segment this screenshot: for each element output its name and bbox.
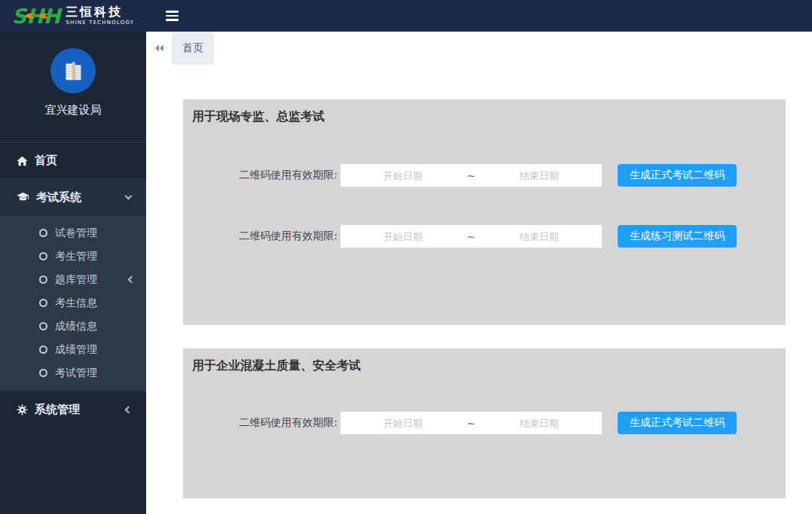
sidebar-item-home[interactable]: 首页 — [0, 143, 146, 179]
submenu-item-label: 考试管理 — [55, 366, 97, 380]
sidebar-item-label: 系统管理 — [35, 403, 119, 417]
circle-outline-icon — [39, 229, 47, 237]
start-date-input[interactable] — [340, 170, 466, 181]
date-range-picker[interactable]: ~ — [340, 164, 602, 187]
submenu-item-label: 成绩管理 — [55, 343, 97, 357]
sidebar-subitem-exam-management[interactable]: 考试管理 — [0, 361, 146, 385]
sidebar-subitem-score-info[interactable]: 成绩信息 — [0, 315, 146, 338]
sidebar-subitem-paper-management[interactable]: 试卷管理 — [0, 221, 146, 245]
logo-mark: SHH — [12, 6, 61, 26]
date-range-separator: ~ — [466, 231, 477, 242]
panel-site-supervision-exam: 用于现场专监、总监考试 二维码使用有效期限: ~ 生成正式考试二维码 二维码使用… — [183, 99, 786, 325]
user-profile: 宜兴建设局 — [0, 32, 146, 143]
sidebar-section-exam-system: 考试系统 试卷管理 考生管理 — [0, 179, 146, 391]
sidebar-item-exam-system[interactable]: 考试系统 — [0, 179, 146, 215]
qr-validity-label: 二维码使用有效期限: — [226, 230, 337, 243]
sidebar-item-label: 考试系统 — [36, 190, 119, 205]
sidebar-subitem-examinee-management[interactable]: 考生管理 — [0, 245, 146, 268]
page-content: 用于现场专监、总监考试 二维码使用有效期限: ~ 生成正式考试二维码 二维码使用… — [146, 65, 812, 498]
tab-bar: 首页 — [146, 32, 812, 65]
date-range-picker[interactable]: ~ — [340, 225, 602, 248]
qr-validity-row-official: 二维码使用有效期限: ~ 生成正式考试二维码 — [226, 164, 786, 187]
circle-outline-icon — [39, 345, 47, 354]
generate-official-exam-qr-button[interactable]: 生成正式考试二维码 — [618, 164, 737, 187]
circle-outline-icon — [39, 322, 47, 330]
circle-outline-icon — [39, 275, 47, 284]
main-area: 首页 用于现场专监、总监考试 二维码使用有效期限: ~ 生成正式考试二维码 — [146, 32, 812, 514]
qr-validity-label: 二维码使用有效期限: — [226, 416, 337, 430]
submenu-item-label: 考生信息 — [55, 297, 97, 310]
app-window: SHH 三恒科技 SHINE TECHNOLOGY — [0, 0, 812, 514]
submenu-item-label: 题库管理 — [55, 273, 121, 287]
generate-official-exam-qr-button[interactable]: 生成正式考试二维码 — [618, 412, 737, 434]
submenu-item-label: 成绩信息 — [55, 320, 97, 333]
circle-outline-icon — [39, 369, 47, 377]
generate-practice-test-qr-button[interactable]: 生成练习测试二维码 — [618, 225, 737, 248]
sidebar: 宜兴建设局 首页 考试系统 — [0, 32, 146, 514]
gear-icon — [17, 404, 28, 415]
double-chevron-left-icon[interactable] — [146, 32, 172, 65]
qr-validity-label: 二维码使用有效期限: — [226, 169, 337, 182]
submenu-item-label: 考生管理 — [55, 250, 97, 263]
panel-enterprise-concrete-exam: 用于企业混凝土质量、安全考试 二维码使用有效期限: ~ 生成正式考试二维码 — [183, 348, 786, 498]
circle-outline-icon — [39, 299, 47, 307]
date-range-picker[interactable]: ~ — [340, 412, 602, 434]
sidebar-item-system-management[interactable]: 系统管理 — [0, 391, 146, 428]
date-range-separator: ~ — [466, 170, 477, 181]
tab-home[interactable]: 首页 — [172, 32, 214, 65]
body-row: 宜兴建设局 首页 考试系统 — [0, 32, 812, 514]
chevron-down-icon — [125, 193, 133, 200]
org-name: 宜兴建设局 — [0, 103, 146, 117]
qr-validity-row-practice: 二维码使用有效期限: ~ 生成练习测试二维码 — [226, 225, 786, 248]
end-date-input[interactable] — [477, 170, 602, 181]
end-date-input[interactable] — [477, 231, 602, 242]
logo-text: 三恒科技 SHINE TECHNOLOGY — [66, 5, 134, 26]
sidebar-subitem-examinee-info[interactable]: 考生信息 — [0, 291, 146, 315]
panel-title: 用于现场专监、总监考试 — [183, 108, 786, 125]
sidebar-subitem-question-bank[interactable]: 题库管理 — [0, 268, 146, 291]
brand-name-en: SHINE TECHNOLOGY — [66, 20, 134, 26]
panel-title: 用于企业混凝土质量、安全考试 — [183, 357, 786, 374]
home-icon — [17, 156, 28, 166]
start-date-input[interactable] — [340, 418, 466, 429]
qr-validity-row-enterprise: 二维码使用有效期限: ~ 生成正式考试二维码 — [226, 412, 786, 434]
sidebar-item-label: 首页 — [35, 154, 57, 168]
sidebar-menu: 首页 考试系统 试卷 — [0, 143, 146, 428]
end-date-input[interactable] — [477, 418, 602, 429]
brand-name-cn: 三恒科技 — [66, 5, 134, 19]
graduation-cap-icon — [17, 192, 29, 202]
start-date-input[interactable] — [340, 231, 466, 242]
logo: SHH 三恒科技 SHINE TECHNOLOGY — [0, 0, 146, 32]
submenu-item-label: 试卷管理 — [55, 227, 97, 240]
hamburger-icon[interactable] — [158, 5, 185, 27]
exam-system-submenu: 试卷管理 考生管理 题库管理 考生信息 — [0, 215, 146, 391]
sidebar-subitem-score-management[interactable]: 成绩管理 — [0, 338, 146, 361]
top-navbar: SHH 三恒科技 SHINE TECHNOLOGY — [0, 0, 812, 32]
circle-outline-icon — [39, 252, 47, 260]
chevron-left-icon — [125, 406, 133, 414]
date-range-separator: ~ — [466, 418, 477, 429]
chevron-left-icon — [128, 276, 136, 284]
avatar — [50, 48, 96, 93]
building-icon — [60, 58, 86, 84]
